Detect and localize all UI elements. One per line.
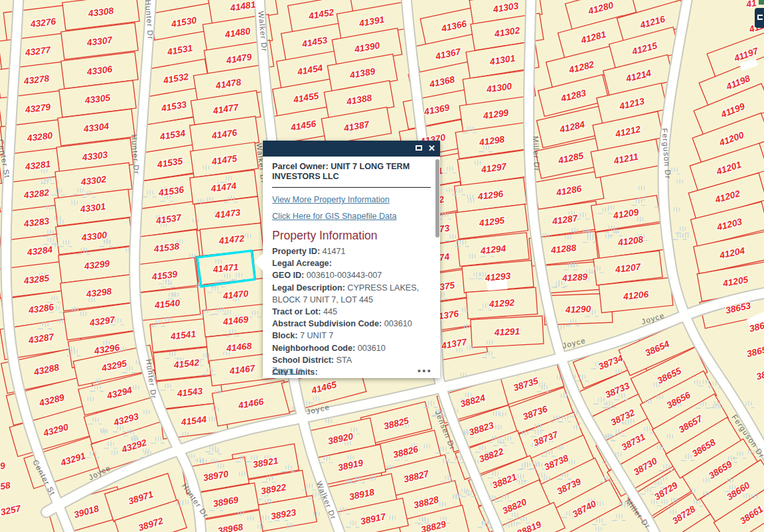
view-more-property-link[interactable]: View More Property Information	[272, 195, 431, 204]
property-popup: ✕ Parcel Owner: UNIT 7 LONG TERM INVESTO…	[263, 141, 440, 378]
property-fields: Property ID: 41471Legal Acreage: GEO ID:…	[272, 245, 431, 375]
popup-scrollbar[interactable]	[435, 159, 439, 237]
property-information-heading: Property Information	[272, 229, 431, 243]
gis-shapefile-link[interactable]: Click Here for GIS Shapefile Data	[272, 212, 431, 221]
property-field: Neighborhood Code: 003610	[272, 342, 431, 354]
property-field: Abstract Subdivision Code: 003610	[272, 318, 431, 330]
parcel-label-41292: 41292	[488, 298, 515, 310]
popup-titlebar: ✕	[263, 141, 440, 157]
parcel-owner-text: Parcel Owner: UNIT 7 LONG TERM INVESTORS…	[272, 162, 431, 182]
map-tool-icon	[757, 15, 763, 20]
gis-map-viewer: { "map": { "colors": { "parcel_fill": "#…	[0, 0, 764, 532]
property-field: School District: STA	[272, 354, 431, 366]
popup-divider	[272, 187, 431, 188]
popup-footer: Zoom to ●●●	[272, 366, 432, 376]
zoom-to-link[interactable]: Zoom to	[272, 366, 303, 375]
parcel-label-41289: 41289	[561, 272, 588, 284]
close-icon[interactable]: ✕	[428, 143, 435, 155]
parcel-label-41291: 41291	[493, 326, 520, 338]
property-field: GEO ID: 003610-003443-007	[272, 269, 431, 281]
maximize-icon[interactable]	[416, 145, 422, 151]
property-field: Legal Acreage:	[272, 257, 431, 269]
popup-body: Parcel Owner: UNIT 7 LONG TERM INVESTORS…	[263, 157, 440, 375]
street-label: Miller Dr	[532, 136, 541, 172]
map-tool-button[interactable]	[755, 8, 764, 28]
corner-widget-sliver	[759, 0, 764, 5]
popup-pointer	[254, 253, 263, 271]
property-field: Property ID: 41471	[272, 245, 431, 257]
parcel-label-41290: 41290	[565, 304, 591, 314]
parcel-label-fragment: 38	[755, 369, 764, 381]
property-field: Legal Description: CYPRESS LAKES, BLOCK …	[272, 282, 431, 306]
property-field: Tract or Lot: 445	[272, 306, 431, 318]
property-field: Block: 7 UNIT 7	[272, 330, 431, 342]
parcel-label-fragment: 58	[0, 480, 11, 492]
more-options-icon[interactable]: ●●●	[418, 367, 432, 374]
